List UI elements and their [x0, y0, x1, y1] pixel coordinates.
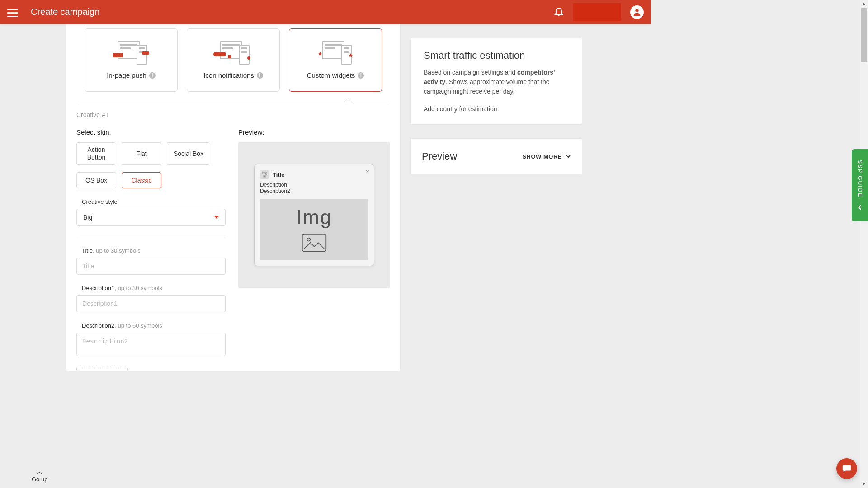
svg-point-2: [307, 238, 310, 241]
campaign-form-panel: In-page push i: [66, 24, 401, 371]
header-action-button[interactable]: [573, 3, 621, 21]
description2-field-label: Description2: [82, 322, 114, 329]
estimation-text: Based on campaign settings and competito…: [424, 68, 569, 96]
page-title: Create campaign: [31, 7, 99, 17]
estimation-title: Smart traffic estimation: [424, 50, 569, 61]
preview-description1: Description: [260, 182, 368, 188]
sidebar-preview-card: Preview SHOW MORE: [410, 138, 582, 174]
select-skin-label: Select skin:: [76, 128, 226, 136]
preview-title-text: Title: [273, 171, 285, 178]
skin-option-flat[interactable]: Flat: [122, 142, 161, 165]
preview-label: Preview:: [238, 128, 390, 136]
svg-rect-1: [302, 234, 326, 252]
preview-thumbnail-icon: Img▣: [260, 170, 269, 179]
creative-style-value: Big: [83, 214, 92, 221]
skin-option-action-button[interactable]: ActionButton: [76, 142, 116, 165]
svg-point-0: [635, 9, 638, 12]
format-card-in-page-push[interactable]: In-page push i: [85, 28, 178, 92]
format-card-label: Custom widgets: [307, 71, 355, 79]
info-icon[interactable]: i: [149, 72, 156, 79]
title-field-label: Title: [82, 247, 93, 254]
preview-description2: Description2: [260, 188, 368, 194]
description1-input[interactable]: [76, 295, 226, 312]
description2-field-hint: , up to 60 symbols: [114, 322, 162, 329]
notifications-bell-icon[interactable]: [553, 6, 564, 19]
skin-option-classic[interactable]: Classic: [122, 172, 161, 188]
description1-field-hint: , up to 30 symbols: [114, 285, 162, 291]
app-header: Create campaign: [0, 0, 651, 24]
image-dropzone[interactable]: [76, 368, 128, 371]
preview-image-placeholder: Img: [260, 199, 368, 260]
close-icon[interactable]: ×: [366, 168, 369, 175]
format-card-custom-widgets[interactable]: Custom widgets i: [289, 28, 382, 92]
info-icon[interactable]: i: [257, 72, 263, 79]
widget-preview: × Img▣ Title Description Description2 Im…: [254, 164, 374, 266]
chevron-down-icon: [214, 216, 219, 219]
creative-style-label: Creative style: [82, 198, 226, 205]
title-input[interactable]: [76, 258, 226, 275]
creative-style-select[interactable]: Big: [76, 209, 226, 226]
description2-input[interactable]: [76, 333, 226, 356]
format-card-label: In-page push: [107, 71, 146, 79]
chevron-down-icon: [566, 154, 571, 159]
format-card-label: Icon notifications: [203, 71, 254, 79]
estimation-sub: Add country for estimation.: [424, 105, 569, 113]
title-field-hint: , up to 30 symbols: [93, 247, 141, 254]
estimation-card: Smart traffic estimation Based on campai…: [410, 38, 582, 125]
format-card-icon-notifications[interactable]: Icon notifications i: [187, 28, 280, 92]
skin-option-os-box[interactable]: OS Box: [76, 172, 116, 188]
skin-option-social-box[interactable]: Social Box: [167, 142, 210, 165]
sidebar-preview-title: Preview: [422, 150, 457, 162]
user-avatar-icon[interactable]: [630, 5, 644, 19]
info-icon[interactable]: i: [358, 72, 364, 79]
hamburger-menu-icon[interactable]: [7, 7, 18, 18]
show-more-toggle[interactable]: SHOW MORE: [522, 153, 571, 160]
description1-field-label: Description1: [82, 285, 114, 291]
preview-stage: × Img▣ Title Description Description2 Im…: [238, 142, 390, 288]
